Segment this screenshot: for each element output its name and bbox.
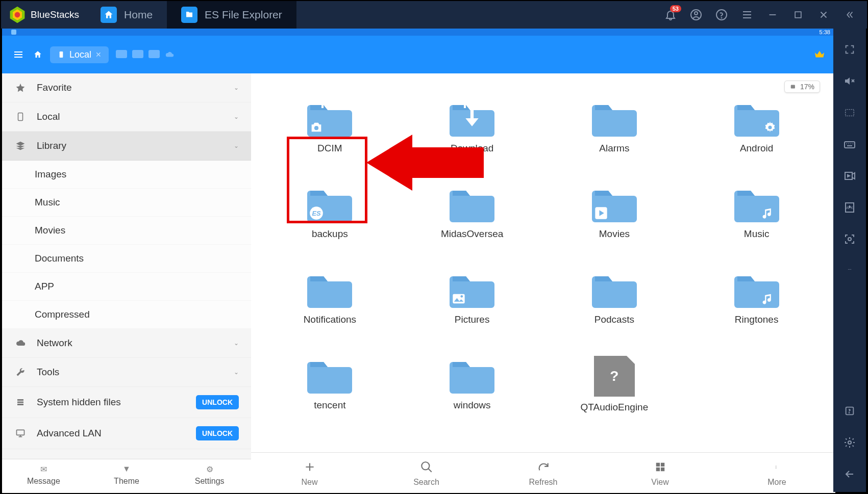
es-inactive-tabs[interactable]: [116, 50, 174, 59]
sidebar-item-tools[interactable]: Tools⌄: [2, 358, 251, 387]
folder-movies[interactable]: Movies: [579, 185, 650, 240]
chevron-down-icon: ⌄: [234, 142, 239, 149]
folder-ringtones[interactable]: Ringtones: [721, 270, 792, 325]
sidebar-item-compressed[interactable]: Compressed: [2, 301, 251, 329]
sidebar-item-network[interactable]: Network⌄: [2, 329, 251, 358]
sidebar-item-images[interactable]: Images: [2, 161, 251, 189]
fullscreen-button[interactable]: [842, 42, 857, 57]
folder-icon: [449, 356, 495, 395]
folder-label: windows: [454, 400, 491, 411]
more-button[interactable]: More: [718, 453, 835, 493]
titlebar: BlueStacks Home ES File Explorer 53: [1, 1, 867, 29]
notifications-button[interactable]: 53: [663, 7, 678, 22]
bluestacks-logo-icon: [8, 6, 27, 24]
sidebar-message-button[interactable]: ✉Message: [2, 459, 85, 493]
collapse-rail-button[interactable]: [841, 7, 857, 22]
media-button[interactable]: [842, 168, 857, 184]
sidebar-item-local[interactable]: Local⌄: [2, 102, 251, 132]
es-tab-label: Local: [69, 49, 91, 60]
es-content: 17% DCIMDownloadAlarmsAndroidESbackupsMi…: [251, 73, 835, 493]
svg-rect-7: [18, 113, 23, 121]
close-button[interactable]: [816, 7, 831, 22]
sidebar-item-system-hidden-files[interactable]: System hidden filesUNLOCK: [2, 387, 251, 418]
svg-point-15: [768, 126, 772, 129]
es-tab-local[interactable]: Local ✕: [50, 46, 109, 63]
maximize-button[interactable]: [790, 7, 806, 22]
folder-icon: [449, 185, 495, 223]
unlock-button[interactable]: UNLOCK: [196, 426, 239, 440]
svg-rect-5: [795, 12, 801, 18]
screenshot-button[interactable]: [842, 231, 857, 247]
new-button[interactable]: New: [251, 453, 368, 493]
sidebar-bottom: ✉Message ▼Theme ⚙Settings: [2, 459, 251, 493]
folder-icon: [733, 185, 780, 223]
svg-point-4: [722, 18, 722, 18]
sidebar-item-label: System hidden files: [37, 397, 121, 408]
refresh-icon: [537, 459, 550, 475]
storage-meter[interactable]: 17%: [784, 81, 820, 93]
search-button[interactable]: Search: [368, 453, 485, 493]
close-icon[interactable]: ✕: [95, 50, 102, 59]
keymap-button[interactable]: [842, 105, 857, 120]
android-app-area: 5:38 Local ✕ Favorite⌄Local⌄Library⌄Imag…: [2, 29, 835, 493]
sidebar-item-music[interactable]: Music: [2, 189, 251, 217]
sidebar-item-app[interactable]: APP: [2, 273, 251, 301]
folder-alarms[interactable]: Alarms: [579, 99, 650, 154]
rail-settings-button[interactable]: [842, 435, 857, 450]
view-button[interactable]: View: [602, 453, 718, 493]
svg-rect-25: [660, 467, 664, 471]
tab-home[interactable]: Home: [86, 1, 167, 29]
sidebar-item-advanced-lan[interactable]: Advanced LANUNLOCK: [2, 418, 251, 449]
folder-tencent[interactable]: tencent: [294, 356, 365, 413]
sidebar-item-favorite[interactable]: Favorite⌄: [2, 73, 251, 102]
sidebar-item-label: Documents: [35, 253, 84, 264]
minimize-button[interactable]: [765, 7, 780, 22]
sys-icon: [14, 396, 27, 408]
sidebar-item-label: Advanced LAN: [37, 428, 102, 439]
folder-download[interactable]: Download: [436, 99, 508, 154]
folder-notifications[interactable]: Notifications: [294, 270, 365, 325]
refresh-button[interactable]: Refresh: [485, 453, 602, 493]
install-apk-button[interactable]: APK: [842, 200, 857, 215]
svg-point-35: [848, 269, 849, 270]
folder-midasoversea[interactable]: MidasOversea: [436, 185, 508, 240]
keyboard-button[interactable]: [842, 137, 857, 152]
folder-pictures[interactable]: Pictures: [436, 270, 508, 325]
hamburger-icon[interactable]: [11, 47, 26, 62]
folder-windows[interactable]: windows: [436, 356, 508, 413]
sidebar-item-library[interactable]: Library⌄: [2, 132, 251, 161]
sidebar-item-movies[interactable]: Movies: [2, 217, 251, 245]
svg-point-2: [695, 12, 698, 15]
tab-es-file-explorer[interactable]: ES File Explorer: [167, 1, 296, 29]
svg-rect-19: [453, 294, 464, 304]
folder-qtaudioengine[interactable]: ?QTAudioEngine: [579, 356, 650, 413]
help-button[interactable]: [714, 7, 729, 22]
folder-dcim[interactable]: DCIM: [294, 99, 365, 154]
sidebar-item-label: Library: [37, 140, 66, 151]
menu-button[interactable]: [739, 7, 755, 22]
es-header: Local ✕: [2, 36, 835, 73]
svg-rect-6: [60, 51, 63, 58]
folder-label: Ringtones: [735, 314, 779, 325]
more-rail-button[interactable]: [842, 263, 857, 278]
sidebar-settings-button[interactable]: ⚙Settings: [168, 459, 251, 493]
search-icon: [420, 459, 433, 475]
volume-mute-button[interactable]: [842, 73, 857, 89]
sidebar-theme-button[interactable]: ▼Theme: [85, 459, 168, 493]
plus-icon: [303, 459, 316, 475]
crown-icon[interactable]: [813, 48, 826, 61]
sidebar-item-label: Local: [37, 111, 60, 122]
folder-backups[interactable]: ESbackups: [294, 185, 365, 240]
folder-android[interactable]: Android: [721, 99, 792, 154]
sidebar-item-documents[interactable]: Documents: [2, 245, 251, 273]
unlock-button[interactable]: UNLOCK: [196, 395, 239, 409]
rail-help-button[interactable]: [842, 403, 857, 419]
folder-music[interactable]: Music: [721, 185, 792, 240]
music-icon: [761, 206, 775, 220]
back-button[interactable]: [842, 466, 857, 482]
sidebar-item-label: Movies: [35, 225, 65, 236]
es-home-icon[interactable]: [33, 49, 43, 60]
folder-podcasts[interactable]: Podcasts: [579, 270, 650, 325]
account-button[interactable]: [688, 7, 704, 22]
bluestacks-logo: BlueStacks: [1, 1, 86, 29]
